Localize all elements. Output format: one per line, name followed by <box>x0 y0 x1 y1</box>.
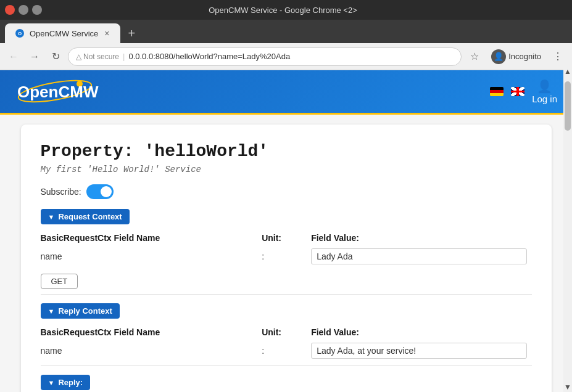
rep-col-field-name: BasicRequestCtx Field Name <box>41 325 262 341</box>
bookmark-button[interactable]: ☆ <box>465 47 484 66</box>
british-flag[interactable] <box>511 87 524 96</box>
address-bar: ← → ↻ △ Not secure | 0.0.0.0:8080/helloW… <box>0 43 572 70</box>
tab-label: OpenCMW Service <box>30 29 98 38</box>
req-colon-cell: : <box>262 247 311 266</box>
req-col-value: Field Value: <box>311 231 531 247</box>
new-tab-button[interactable]: + <box>123 25 140 42</box>
not-secure-indicator: △ Not secure <box>76 52 119 61</box>
back-button[interactable]: ← <box>5 48 22 65</box>
req-col-field-name: BasicRequestCtx Field Name <box>41 231 262 247</box>
rep-col-unit: Unit: <box>262 325 311 341</box>
scrollbar-thumb[interactable] <box>565 81 571 131</box>
login-label: Log in <box>532 94 557 104</box>
address-input-wrap[interactable]: △ Not secure | 0.0.0.0:8080/helloWorld?n… <box>68 47 462 66</box>
rep-field-value-cell <box>311 341 531 361</box>
reply-section: ▼ Reply: ReplyData Field Name Unit: Fiel… <box>41 372 532 392</box>
rep-col-value: Field Value: <box>311 325 531 341</box>
scroll-down-button[interactable]: ▼ <box>563 382 572 392</box>
incognito-button[interactable]: 👤 Incognito <box>486 47 546 67</box>
tab-close-button[interactable]: × <box>103 27 110 39</box>
svg-text:O: O <box>18 31 22 36</box>
content-card: Property: 'helloWorld' My first 'Hello W… <box>21 125 552 392</box>
reload-button[interactable]: ↻ <box>47 48 64 65</box>
req-field-value-cell <box>311 247 531 266</box>
subscribe-label: Subscribe: <box>41 187 81 197</box>
req-col-unit: Unit: <box>262 231 311 247</box>
reply-context-section: ▼ Reply Context BasicRequestCtx Field Na… <box>41 301 532 361</box>
header-right: 👤 Log in <box>490 79 557 104</box>
logo-svg: OpenCMW <box>15 78 114 105</box>
request-context-label: Request Context <box>58 212 122 221</box>
rep-colon-cell: : <box>262 341 311 361</box>
main-content: Property: 'helloWorld' My first 'Hello W… <box>0 115 572 392</box>
tab-bar: O OpenCMW Service × + <box>0 20 572 43</box>
reply-arrow: ▼ <box>48 379 55 386</box>
divider-2 <box>41 365 532 366</box>
scrollbar-track: ▲ ▼ <box>563 67 572 392</box>
rep-name-input[interactable] <box>311 343 526 359</box>
incognito-label: Incognito <box>508 52 541 61</box>
property-title: Property: 'helloWorld' <box>41 142 532 161</box>
window-bar: OpenCMW Service - Google Chrome <2> <box>0 0 572 20</box>
svg-text:OpenCMW: OpenCMW <box>17 83 99 101</box>
reply-context-table: BasicRequestCtx Field Name Unit: Field V… <box>41 325 532 361</box>
tab-favicon: O <box>15 28 25 38</box>
incognito-silhouette: 👤 <box>494 52 504 61</box>
reply-context-arrow: ▼ <box>48 308 55 315</box>
window-controls[interactable] <box>5 5 42 15</box>
request-context-section: ▼ Request Context BasicRequestCtx Field … <box>41 206 532 289</box>
request-context-header[interactable]: ▼ Request Context <box>41 209 130 224</box>
request-context-arrow: ▼ <box>48 213 55 221</box>
window-minimize-button[interactable] <box>19 5 28 15</box>
subscribe-toggle[interactable] <box>86 184 114 199</box>
subscribe-row: Subscribe: <box>41 184 532 199</box>
reply-label: Reply: <box>58 378 83 387</box>
reply-header[interactable]: ▼ Reply: <box>41 375 91 390</box>
not-secure-label: Not secure <box>83 52 119 61</box>
incognito-icon: 👤 <box>491 49 506 64</box>
reply-context-label: Reply Context <box>58 306 112 316</box>
property-subtitle: My first 'Hello World!' Service <box>41 165 532 174</box>
get-button[interactable]: GET <box>41 274 78 289</box>
address-separator: | <box>123 52 125 61</box>
menu-button[interactable]: ⋮ <box>549 47 567 66</box>
rep-field-name-cell: name <box>41 341 262 361</box>
active-tab[interactable]: O OpenCMW Service × <box>5 23 120 43</box>
reply-context-header[interactable]: ▼ Reply Context <box>41 303 120 319</box>
table-row: name : <box>41 341 532 361</box>
login-button[interactable]: 👤 Log in <box>532 79 557 104</box>
toolbar-right: ☆ 👤 Incognito ⋮ <box>465 47 567 67</box>
opencmw-logo: OpenCMW <box>15 78 114 105</box>
forward-button[interactable]: → <box>26 48 43 65</box>
req-field-name-cell: name <box>41 247 262 266</box>
warning-icon: △ <box>76 52 81 61</box>
login-icon: 👤 <box>537 79 552 94</box>
scroll-up-button[interactable]: ▲ <box>563 67 572 76</box>
url-display[interactable]: 0.0.0.0:8080/helloWorld?name=Lady%20Ada <box>128 52 290 61</box>
request-context-table: BasicRequestCtx Field Name Unit: Field V… <box>41 231 532 266</box>
german-flag[interactable] <box>490 87 504 96</box>
divider-1 <box>41 294 532 295</box>
req-name-input[interactable] <box>311 248 526 264</box>
site-header: OpenCMW 👤 Log in <box>0 70 572 115</box>
window-title: OpenCMW Service - Google Chrome <2> <box>42 6 524 15</box>
window-close-button[interactable] <box>5 5 15 15</box>
table-row: name : <box>41 247 532 266</box>
window-maximize-button[interactable] <box>32 5 42 15</box>
